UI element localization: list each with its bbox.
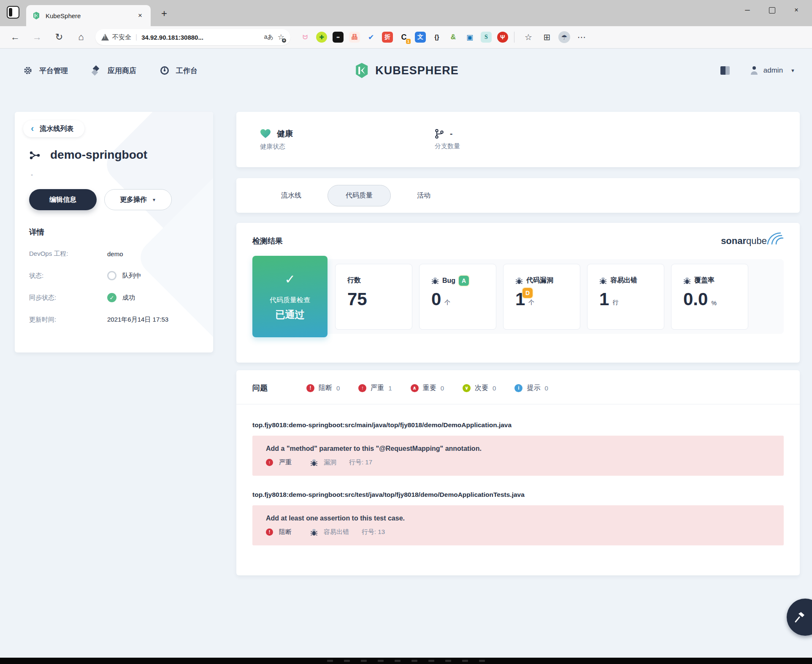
pipeline-name: demo-springboot [50,148,147,162]
address-bar[interactable]: 不安全 | 34.92.90.181:30880... aあ ☆ [95,29,290,45]
edit-info-button[interactable]: 编辑信息 [29,189,97,210]
org-chart-extension-icon[interactable]: 品 [349,32,360,43]
black-cat-extension-icon[interactable]: •• [333,32,344,43]
branch-label: 分支数量 [435,142,609,150]
toolbox-button[interactable] [787,599,812,636]
close-button[interactable]: × [784,1,809,19]
severity-minor-chip[interactable]: ∨ 次要 0 [463,384,496,393]
issues-card: 问题 ! 阻断 0 ↑ 严重 1 ∧ 重要 0 ∨ 次要 0 [236,370,800,575]
browser-toolbar: ← → ↻ ⌂ 不安全 | 34.92.90.181:30880... aあ ☆… [0,26,812,49]
tab-close-icon[interactable]: × [135,11,145,21]
pipeline-icon [29,149,41,161]
tab-activity[interactable]: 活动 [398,191,449,200]
header-nav: 平台管理 应用商店 工作台 [23,66,198,76]
nav-platform-management[interactable]: 平台管理 [23,66,68,76]
bug-icon [310,459,318,466]
issue-item: Add at least one assertion to this test … [252,505,784,545]
coupon-zhe-extension-icon[interactable]: 折 [382,32,393,43]
translate-extension-icon[interactable]: 文 [415,32,426,43]
app-store-icon [92,66,101,75]
browser-titlebar: KubeSphere × + ─ × [0,0,812,26]
metric-lines-of-code: 行数 75 [335,264,412,330]
health-heart-icon [260,129,271,139]
maximize-button[interactable] [760,1,784,19]
severity-critical-chip[interactable]: ↑ 严重 1 [358,384,392,393]
kubesphere-favicon-icon [32,11,41,20]
quality-results-card: 检测结果 sonarqube ✓ 代码质量检查 已通过 行数 75 Bug A [236,223,800,363]
issue-file-path[interactable]: top.fjy8018:demo-springboot:src/test/jav… [252,491,784,499]
s-teal-extension-icon[interactable]: S [481,32,492,43]
browser-tab[interactable]: KubeSphere × [26,5,151,26]
nav-app-store[interactable]: 应用商店 [92,66,136,76]
cat-pink-extension-icon[interactable]: ᗢ [300,32,311,43]
minor-icon: ∨ [463,384,471,392]
metric-value: 75 [347,290,367,308]
user-caret-icon: ▼ [790,68,795,73]
issue-file-path[interactable]: top.fjy8018:demo-springboot:src/main/jav… [252,421,784,429]
forward-icon[interactable]: → [26,32,48,43]
favorites-icon[interactable]: ☆ [521,32,536,42]
collections-icon[interactable]: ⊞ [540,32,554,42]
person-outline-extension-icon[interactable]: & [448,32,459,43]
issue-item: Add a "method" parameter to this "@Reque… [252,436,784,476]
bug-icon [599,277,607,285]
severity-count: 0 [336,385,340,392]
home-icon[interactable]: ⌂ [70,32,92,43]
stop-hand-extension-icon[interactable]: Ψ [497,32,508,43]
branch-group: - 分支数量 [435,129,609,150]
extensions-row: ᗢ ✚ •• 品 ✔ 折 C1 文 {} & ▣ S Ψ [300,32,508,43]
c-one-extension-icon[interactable]: C1 [398,32,409,43]
back-chevron-icon: ‹ [31,124,34,133]
refresh-icon[interactable]: ↻ [48,32,70,43]
severity-count: 1 [388,385,392,392]
split-screen-extension-icon[interactable]: ▣ [464,32,475,43]
metric-bugs: Bug A 0 个 [419,264,496,330]
tab-code-quality[interactable]: 代码质量 [328,185,391,206]
nav-workbench[interactable]: 工作台 [160,66,198,76]
severity-info-chip[interactable]: i 提示 0 [514,384,548,393]
nav-label: 工作台 [176,66,198,76]
metric-value: 1 [599,290,609,308]
field-update-time: 更新时间: 2021年6月14日 17:53 [29,314,205,325]
gear-icon [23,66,32,75]
tab-pipeline[interactable]: 流水线 [263,191,320,200]
user-menu[interactable]: admin ▼ [750,66,795,75]
bug-icon [515,277,523,285]
severity-major-chip[interactable]: ∧ 重要 0 [411,384,444,393]
more-actions-button[interactable]: 更多操作 ▼ [104,189,172,210]
minimize-button[interactable]: ─ [735,1,760,19]
windows-taskbar-sliver [0,658,812,664]
documentation-icon[interactable] [720,66,731,75]
new-tab-button[interactable]: + [157,8,171,19]
severity-blocker-chip[interactable]: ! 阻断 0 [306,384,340,393]
security-label: 不安全 [112,33,131,41]
language-icon[interactable]: aあ [264,33,273,41]
metric-label: 覆盖率 [694,276,715,285]
favorite-star-icon[interactable]: ☆ [278,33,284,42]
severity-label: 次要 [475,384,488,393]
profile-avatar[interactable]: ☂ [558,31,570,43]
sonar-text-bold: sonar [721,236,746,247]
green-plus-extension-icon[interactable]: ✚ [316,32,327,43]
back-to-pipeline-list[interactable]: ‹ 流水线列表 [23,120,84,137]
severity-count: 0 [441,385,444,392]
field-devops-project: DevOps 工程: demo [29,248,205,259]
issue-line-number: 行号: 13 [362,528,385,536]
metric-value: 0 [431,290,441,308]
logo-text: KUBESPHERE [375,64,459,77]
git-branch-icon [435,129,444,139]
severity-label: 阻断 [319,384,332,393]
field-label: 更新时间: [29,316,107,324]
vertical-tabs-icon[interactable] [7,6,19,19]
settings-more-icon[interactable]: ⋯ [574,32,589,42]
back-icon[interactable]: ← [4,32,26,43]
issue-severity: 严重 [279,458,292,466]
rating-a-badge: A [459,276,469,286]
sonar-waves-icon [767,231,784,245]
check-icon: ✓ [284,272,295,287]
hammer-icon [793,611,806,623]
field-value: demo [107,250,123,257]
braces-extension-icon[interactable]: {} [431,32,442,43]
kubesphere-logo: KUBESPHERE [353,62,459,79]
check-circle-extension-icon[interactable]: ✔ [365,32,376,43]
